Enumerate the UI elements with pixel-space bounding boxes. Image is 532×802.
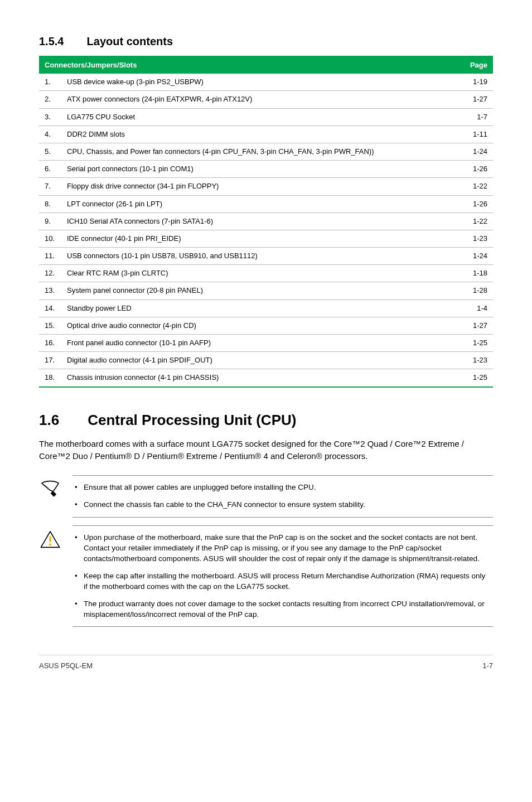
table-row: 5.CPU, Chassis, and Power fan connectors… [39, 143, 493, 160]
row-number: 9. [39, 212, 61, 230]
row-description: USB device wake-up (3-pin PS2_USBPW) [61, 74, 448, 91]
row-page: 1-19 [448, 74, 493, 91]
row-page: 1-22 [448, 178, 493, 195]
row-number: 3. [39, 108, 61, 125]
row-description: CPU, Chassis, and Power fan connectors (… [61, 143, 448, 160]
row-description: System panel connector (20-8 pin PANEL) [61, 282, 448, 299]
footer-left: ASUS P5QL-EM [39, 661, 93, 671]
list-item: The product warranty does not cover dama… [75, 599, 491, 620]
row-description: LGA775 CPU Socket [61, 108, 448, 125]
row-number: 11. [39, 248, 61, 265]
row-number: 4. [39, 125, 61, 143]
row-description: Digital audio connector (4-1 pin SPDIF_O… [61, 352, 448, 369]
note-content: Ensure that all power cables are unplugg… [72, 475, 493, 518]
row-number: 14. [39, 299, 61, 317]
alert-triangle-icon [39, 525, 72, 554]
row-page: 1-22 [448, 212, 493, 230]
row-page: 1-25 [448, 335, 493, 352]
row-number: 10. [39, 230, 61, 247]
section-title: Central Processing Unit (CPU) [88, 412, 296, 428]
list-item: Connect the chassis fan cable to the CHA… [75, 500, 491, 510]
row-number: 17. [39, 352, 61, 369]
table-row: 18.Chassis intrusion connector (4-1 pin … [39, 369, 493, 387]
row-page: 1-26 [448, 195, 493, 212]
row-page: 1-4 [448, 299, 493, 317]
section-1-6-heading: 1.6 Central Processing Unit (CPU) [39, 410, 493, 430]
table-row: 13.System panel connector (20-8 pin PANE… [39, 282, 493, 299]
row-number: 12. [39, 265, 61, 282]
table-row: 6.Serial port connectors (10-1 pin COM1)… [39, 161, 493, 178]
section-number: 1.5.4 [39, 33, 84, 49]
row-number: 1. [39, 74, 61, 91]
row-number: 7. [39, 178, 61, 195]
row-description: ATX power connectors (24-pin EATXPWR, 4-… [61, 91, 448, 108]
section-1-5-4-heading: 1.5.4 Layout contents [39, 33, 493, 49]
table-row: 14.Standby power LED1-4 [39, 299, 493, 317]
row-page: 1-26 [448, 161, 493, 178]
row-description: Front panel audio connector (10-1 pin AA… [61, 335, 448, 352]
row-page: 1-24 [448, 143, 493, 160]
row-page: 1-24 [448, 248, 493, 265]
table-row: 16.Front panel audio connector (10-1 pin… [39, 335, 493, 352]
table-row: 4.DDR2 DIMM slots1-11 [39, 125, 493, 143]
row-description: LPT connector (26-1 pin LPT) [61, 195, 448, 212]
table-row: 1.USB device wake-up (3-pin PS2_USBPW)1-… [39, 74, 493, 91]
table-header-right: Page [448, 56, 493, 74]
row-number: 8. [39, 195, 61, 212]
pencil-note-icon [39, 475, 72, 504]
row-description: USB connectors (10-1 pin USB78, USB910, … [61, 248, 448, 265]
row-number: 18. [39, 369, 61, 387]
row-number: 13. [39, 282, 61, 299]
footer-right: 1-7 [482, 661, 493, 671]
layout-contents-table: Connectors/Jumpers/Slots Page 1.USB devi… [39, 56, 493, 388]
row-page: 1-11 [448, 125, 493, 143]
row-page: 1-18 [448, 265, 493, 282]
row-description: ICH10 Serial ATA connectors (7-pin SATA1… [61, 212, 448, 230]
row-description: Serial port connectors (10-1 pin COM1) [61, 161, 448, 178]
row-description: Optical drive audio connector (4-pin CD) [61, 317, 448, 334]
row-page: 1-27 [448, 91, 493, 108]
table-row: 12.Clear RTC RAM (3-pin CLRTC)1-18 [39, 265, 493, 282]
table-row: 9.ICH10 Serial ATA connectors (7-pin SAT… [39, 212, 493, 230]
row-page: 1-23 [448, 230, 493, 247]
list-item: Ensure that all power cables are unplugg… [75, 482, 491, 493]
table-row: 7.Floppy disk drive connector (34-1 pin … [39, 178, 493, 195]
page-footer: ASUS P5QL-EM 1-7 [39, 655, 493, 671]
row-description: Chassis intrusion connector (4-1 pin CHA… [61, 369, 448, 387]
svg-point-2 [49, 543, 51, 545]
row-number: 15. [39, 317, 61, 334]
note-content: Upon purchase of the motherboard, make s… [72, 525, 493, 627]
note-box-tip: Ensure that all power cables are unplugg… [39, 475, 493, 518]
table-row: 17.Digital audio connector (4-1 pin SPDI… [39, 352, 493, 369]
row-page: 1-7 [448, 108, 493, 125]
section-title: Layout contents [87, 35, 173, 47]
table-row: 10.IDE connector (40-1 pin PRI_EIDE)1-23 [39, 230, 493, 247]
row-description: IDE connector (40-1 pin PRI_EIDE) [61, 230, 448, 247]
row-page: 1-25 [448, 369, 493, 387]
table-row: 15.Optical drive audio connector (4-pin … [39, 317, 493, 334]
table-row: 3.LGA775 CPU Socket1-7 [39, 108, 493, 125]
table-row: 8.LPT connector (26-1 pin LPT)1-26 [39, 195, 493, 212]
note-box-alert: Upon purchase of the motherboard, make s… [39, 525, 493, 627]
table-row: 2.ATX power connectors (24-pin EATXPWR, … [39, 91, 493, 108]
section-1-6-paragraph: The motherboard comes with a surface mou… [39, 438, 493, 462]
section-number: 1.6 [39, 410, 84, 430]
row-description: Standby power LED [61, 299, 448, 317]
row-description: Floppy disk drive connector (34-1 pin FL… [61, 178, 448, 195]
row-description: Clear RTC RAM (3-pin CLRTC) [61, 265, 448, 282]
row-number: 6. [39, 161, 61, 178]
row-description: DDR2 DIMM slots [61, 125, 448, 143]
row-number: 2. [39, 91, 61, 108]
row-page: 1-23 [448, 352, 493, 369]
list-item: Keep the cap after installing the mother… [75, 571, 491, 592]
row-page: 1-27 [448, 317, 493, 334]
row-number: 16. [39, 335, 61, 352]
row-page: 1-28 [448, 282, 493, 299]
row-number: 5. [39, 143, 61, 160]
svg-rect-1 [49, 537, 51, 543]
table-header-left: Connectors/Jumpers/Slots [39, 56, 448, 74]
list-item: Upon purchase of the motherboard, make s… [75, 533, 491, 564]
table-row: 11.USB connectors (10-1 pin USB78, USB91… [39, 248, 493, 265]
